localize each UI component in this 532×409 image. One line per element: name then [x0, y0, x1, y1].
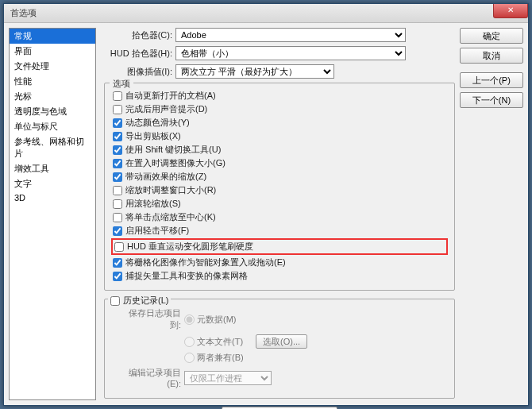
option-label-2: 动态颜色滑块(Y) [125, 117, 190, 129]
history-legend-check[interactable]: 历史记录(L) [108, 295, 171, 307]
option-label-13: 捕捉矢量工具和变换的像素网格 [125, 270, 248, 282]
next-button[interactable]: 下一个(N) [460, 92, 523, 108]
option-label-1: 完成后用声音提示(D) [125, 103, 207, 115]
option-label-5: 在置入时调整图像大小(G) [125, 157, 226, 169]
option-row-10[interactable]: 启用轻击平移(F) [111, 225, 448, 237]
row-hudpicker: HUD 拾色器(H): 色相带（小） [104, 46, 455, 60]
option-checkbox-11[interactable] [114, 242, 124, 252]
option-label-9: 将单击点缩放至中心(K) [125, 211, 216, 223]
option-checkbox-3[interactable] [113, 132, 122, 141]
history-r2-row: 文本文件(T) 选取(O)... [118, 334, 448, 349]
content: 常规 界面 文件处理 性能 光标 透明度与色域 单位与标尺 参考线、网格和切片 … [4, 23, 528, 405]
sidebar-item-general[interactable]: 常规 [10, 29, 95, 44]
option-checkbox-10[interactable] [113, 226, 122, 236]
label-interp: 图像插值(I): [104, 66, 175, 78]
option-row-2[interactable]: 动态颜色滑块(Y) [111, 117, 448, 129]
label-colorpicker: 拾色器(C): [104, 29, 175, 41]
option-row-9[interactable]: 将单击点缩放至中心(K) [111, 211, 448, 223]
history-fieldset: 历史记录(L) 保存日志项目到: 元数据(M) 文本文件(T) 选取(O)...… [104, 299, 455, 399]
cancel-button[interactable]: 取消 [460, 48, 523, 64]
option-checkbox-2[interactable] [113, 118, 122, 128]
sidebar-item-interface[interactable]: 界面 [10, 44, 95, 59]
option-label-10: 启用轻击平移(F) [125, 225, 189, 237]
sidebar-item-transparency[interactable]: 透明度与色域 [10, 104, 95, 119]
radio-textfile[interactable]: 文本文件(T) [184, 336, 251, 348]
options-legend: 选项 [110, 78, 133, 90]
option-checkbox-4[interactable] [113, 145, 122, 155]
option-label-12: 将栅格化图像作为智能对象置入或拖动(E) [125, 257, 286, 268]
row-interp: 图像插值(I): 两次立方 平滑（最好为扩大） [104, 64, 455, 79]
sidebar-item-filehandling[interactable]: 文件处理 [10, 59, 95, 74]
row-colorpicker: 拾色器(C): Adobe [104, 28, 455, 42]
option-label-6: 带动画效果的缩放(Z) [125, 171, 206, 183]
option-row-13[interactable]: 捕捉矢量工具和变换的像素网格 [111, 270, 448, 282]
option-label-8: 用滚轮缩放(S) [125, 198, 181, 210]
option-label-0: 自动更新打开的文档(A) [125, 90, 216, 102]
option-checkbox-8[interactable] [113, 199, 122, 209]
radio-both[interactable]: 两者兼有(B) [184, 352, 252, 364]
option-row-5[interactable]: 在置入时调整图像大小(G) [111, 157, 448, 169]
button-column: 确定 取消 上一个(P) 下一个(N) [455, 28, 523, 400]
select-editlog[interactable]: 仅限工作进程 [184, 371, 272, 385]
option-row-8[interactable]: 用滚轮缩放(S) [111, 198, 448, 210]
option-row-7[interactable]: 缩放时调整窗口大小(R) [111, 184, 448, 196]
option-row-1[interactable]: 完成后用声音提示(D) [111, 103, 448, 115]
option-row-6[interactable]: 带动画效果的缩放(Z) [111, 171, 448, 183]
option-label-7: 缩放时调整窗口大小(R) [125, 184, 216, 196]
history-save-label: 保存日志项目到: [118, 307, 184, 331]
option-checkbox-0[interactable] [113, 91, 122, 101]
sidebar-item-cursor[interactable]: 光标 [10, 89, 95, 104]
sidebar-item-plugins[interactable]: 增效工具 [10, 161, 95, 176]
select-colorpicker[interactable]: Adobe [175, 28, 406, 42]
option-label-4: 使用 Shift 键切换工具(U) [125, 144, 221, 156]
sidebar: 常规 界面 文件处理 性能 光标 透明度与色域 单位与标尺 参考线、网格和切片 … [9, 28, 96, 400]
prev-button[interactable]: 上一个(P) [460, 72, 523, 88]
option-row-0[interactable]: 自动更新打开的文档(A) [111, 90, 448, 102]
option-checkbox-7[interactable] [113, 186, 122, 195]
history-r3-row: 两者兼有(B) [118, 352, 448, 364]
history-checkbox[interactable] [110, 296, 120, 306]
option-checkbox-6[interactable] [113, 172, 122, 182]
sidebar-item-performance[interactable]: 性能 [10, 74, 95, 89]
close-button[interactable]: ✕ [493, 4, 528, 18]
history-save-row: 保存日志项目到: 元数据(M) [118, 307, 448, 331]
options-fieldset: 选项 自动更新打开的文档(A)完成后用声音提示(D)动态颜色滑块(Y)导出剪贴板… [104, 83, 455, 291]
option-checkbox-5[interactable] [113, 159, 122, 168]
select-hudpicker[interactable]: 色相带（小） [175, 46, 406, 60]
main-panel: 拾色器(C): Adobe HUD 拾色器(H): 色相带（小） 图像插值(I)… [96, 23, 528, 405]
ok-button[interactable]: 确定 [460, 28, 523, 44]
option-checkbox-1[interactable] [113, 105, 122, 114]
select-interp[interactable]: 两次立方 平滑（最好为扩大） [175, 64, 334, 79]
option-checkbox-12[interactable] [113, 258, 122, 268]
sidebar-item-3d[interactable]: 3D [10, 191, 95, 204]
option-row-4[interactable]: 使用 Shift 键切换工具(U) [111, 144, 448, 156]
sidebar-item-guides[interactable]: 参考线、网格和切片 [10, 134, 95, 161]
window-title: 首选项 [10, 7, 37, 19]
option-row-11[interactable]: HUD 垂直运动变化圆形笔刷硬度 [111, 238, 448, 255]
option-checkbox-13[interactable] [113, 272, 122, 281]
titlebar: 首选项 ✕ [4, 4, 528, 23]
sidebar-item-text[interactable]: 文字 [10, 176, 95, 191]
option-label-11: HUD 垂直运动变化圆形笔刷硬度 [127, 241, 253, 253]
preferences-window: 首选项 ✕ 常规 界面 文件处理 性能 光标 透明度与色域 单位与标尺 参考线、… [3, 3, 529, 406]
option-checkbox-9[interactable] [113, 213, 122, 222]
option-row-3[interactable]: 导出剪贴板(X) [111, 130, 448, 142]
option-row-12[interactable]: 将栅格化图像作为智能对象置入或拖动(E) [111, 257, 448, 268]
label-hudpicker: HUD 拾色器(H): [104, 48, 175, 60]
history-checkbox-label: 历史记录(L) [123, 295, 168, 307]
radio-metadata[interactable]: 元数据(M) [184, 314, 245, 326]
form-area: 拾色器(C): Adobe HUD 拾色器(H): 色相带（小） 图像插值(I)… [104, 28, 455, 400]
history-edit-row: 编辑记录项目(E): 仅限工作进程 [118, 367, 448, 388]
option-label-3: 导出剪贴板(X) [125, 130, 181, 142]
history-edit-label: 编辑记录项目(E): [118, 367, 184, 388]
choose-button[interactable]: 选取(O)... [256, 334, 307, 349]
sidebar-item-units[interactable]: 单位与标尺 [10, 119, 95, 134]
